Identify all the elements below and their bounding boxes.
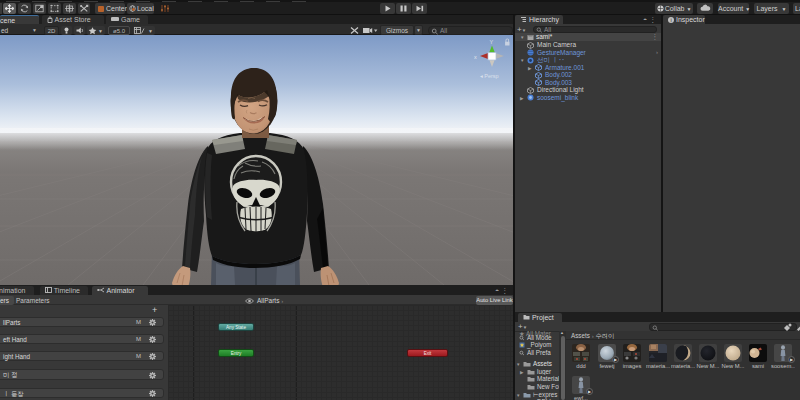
- svg-text:x: x: [474, 54, 477, 60]
- svg-text:Y: Y: [490, 39, 494, 45]
- svg-text:◂ Persp: ◂ Persp: [480, 73, 499, 79]
